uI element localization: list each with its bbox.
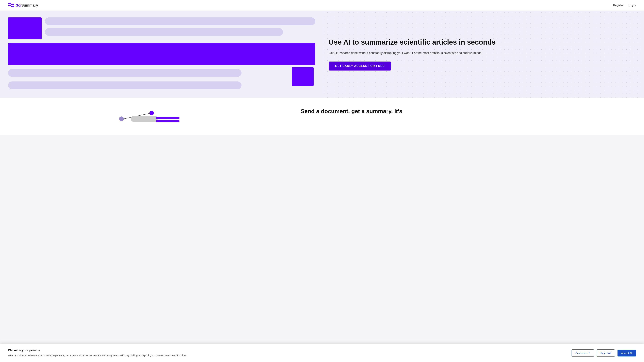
hero-subtitle: Get 5x research done without constantly … xyxy=(329,51,630,55)
svg-rect-3 xyxy=(12,6,14,7)
hero-block-small xyxy=(8,17,42,39)
cookie-buttons: Customize ▼ Reject All Accept All xyxy=(572,350,636,357)
hero-section: Use AI to summarize scientific articles … xyxy=(0,11,644,98)
cookie-title: We value your privacy xyxy=(8,349,565,352)
hero-content: Use AI to summarize scientific articles … xyxy=(329,38,630,70)
logo-text: SciSummary xyxy=(16,3,38,7)
bar-2 xyxy=(156,120,180,122)
customize-label: Customize xyxy=(576,352,587,355)
logo-icon xyxy=(8,2,14,8)
cookie-banner: We value your privacy We use cookies to … xyxy=(0,344,644,362)
hero-row-1 xyxy=(8,17,315,39)
hero-block-small-2 xyxy=(292,67,314,86)
hero-pill-group xyxy=(45,17,315,36)
reject-all-button[interactable]: Reject All xyxy=(597,350,615,357)
hero-pill-1 xyxy=(45,17,315,25)
hero-row-2 xyxy=(8,43,315,65)
svg-point-5 xyxy=(150,111,154,115)
hero-pill-2 xyxy=(45,28,283,36)
svg-rect-2 xyxy=(12,4,14,5)
nav-register[interactable]: Register xyxy=(613,4,623,7)
svg-rect-1 xyxy=(8,5,11,6)
hero-right: Use AI to summarize scientific articles … xyxy=(322,11,644,98)
cookie-body: We use cookies to enhance your browsing … xyxy=(8,354,565,357)
cookie-text-area: We value your privacy We use cookies to … xyxy=(8,349,565,357)
hero-pill-4 xyxy=(8,81,242,89)
customize-button[interactable]: Customize ▼ xyxy=(572,350,594,357)
hero-illustration xyxy=(0,11,322,98)
section2-title: Send a document. get a summary. It's xyxy=(301,108,636,114)
section2-illustration xyxy=(8,108,291,128)
section2-right: Send a document. get a summary. It's xyxy=(301,108,636,114)
accept-all-button[interactable]: Accept All xyxy=(618,350,636,357)
hero-pill-3 xyxy=(8,69,242,77)
bar-1 xyxy=(156,117,180,119)
section2: Send a document. get a summary. It's xyxy=(0,98,644,135)
nav-links: Register Log In xyxy=(613,4,636,7)
hero-row-3 xyxy=(8,69,315,89)
cta-button[interactable]: GET EARLY ACCESS FOR FREE xyxy=(329,61,391,70)
section2-pill xyxy=(131,116,158,122)
svg-rect-0 xyxy=(8,3,11,4)
section2-diagram xyxy=(119,110,180,128)
logo[interactable]: SciSummary xyxy=(8,2,38,8)
section2-bars xyxy=(156,117,180,122)
navbar: SciSummary Register Log In xyxy=(0,0,644,11)
hero-block-wide xyxy=(8,43,315,65)
hero-title: Use AI to summarize scientific articles … xyxy=(329,38,630,46)
nav-login[interactable]: Log In xyxy=(628,4,636,7)
chevron-down-icon: ▼ xyxy=(588,352,590,354)
